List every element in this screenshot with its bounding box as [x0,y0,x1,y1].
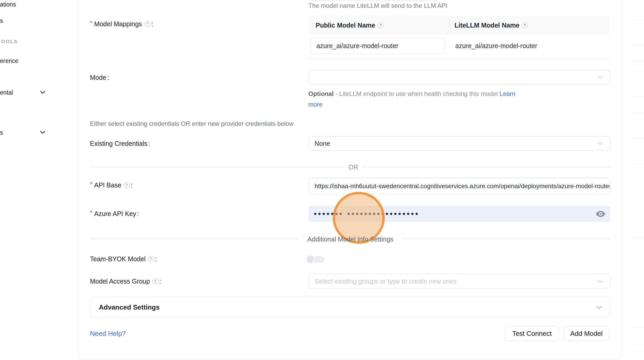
selected-value: None [315,140,330,147]
label-text: Existing Credentials [90,140,147,147]
add-model-button[interactable]: Add Model [563,326,609,341]
select-placeholder: Select existing groups or type to create… [315,278,457,285]
background-row-line [630,327,644,328]
advanced-settings-panel[interactable]: Advanced Settings [91,297,610,318]
api-base-input[interactable]: https://ishaa-mh6uutut-swedencentral.cog… [308,178,610,194]
divider-line [402,239,610,239]
table-row-divider [308,58,610,59]
model-access-group-select[interactable]: Select existing groups or type to create… [308,274,610,289]
label-text: Mode [90,74,106,81]
masked-key-dots: ••••••• [314,206,343,222]
label-text: API Base [94,181,121,189]
label-text: Model Mappings [94,20,142,28]
sidebar-item[interactable]: ations [0,1,16,8]
background-row-line [630,113,644,114]
sidebar-item[interactable]: ental [0,89,13,96]
background-row-line [630,351,644,351]
label-text: Team-BYOK Model [90,255,146,263]
optional-bold: Optional [308,90,334,97]
existing-credentials-select[interactable]: None [308,136,610,151]
model-access-group-label: Model Access Group ? : [90,277,161,285]
column-header-public-model-name: Public Model Name ? [316,16,383,35]
or-divider-text: OR [344,163,363,171]
sidebar-item-label: erence [0,57,18,64]
azure-api-key-input[interactable]: ••••••• ••••••••••••••••• [308,206,610,222]
help-icon[interactable]: ? [378,22,383,28]
mode-select[interactable] [308,70,610,84]
background-row-line [630,71,644,71]
additional-settings-divider-text: Additional Model Info Settings [298,235,402,243]
credentials-note: Either select existing credentials OR en… [90,120,294,127]
required-asterisk: * [90,181,92,188]
label-colon: : [137,210,139,218]
help-icon[interactable]: ? [148,256,154,262]
api-base-label: * API Base ? : [90,181,133,189]
need-help-link[interactable]: Need Help? [90,330,126,338]
model-mappings-label: * Model Mappings ? : [90,20,153,28]
azure-api-key-label: * Azure API Key : [90,210,139,218]
chevron-down-icon [40,130,46,135]
toggle-knob [306,255,315,264]
help-icon[interactable]: ? [144,21,150,27]
api-base-value: https://ishaa-mh6uutut-swedencentral.cog… [315,182,610,190]
label-colon: : [151,20,153,28]
label-colon: : [107,74,109,81]
label-colon: : [131,181,133,189]
sidebar-section-header: TOOLS [0,38,18,45]
divider-line [90,239,298,239]
chevron-down-icon [597,142,603,145]
required-asterisk: * [90,19,92,27]
test-connect-button[interactable]: Test Connect [505,326,559,341]
label-colon: : [148,140,150,147]
sidebar-item-label: ations [0,1,16,8]
help-glyph: ? [126,183,128,187]
background-row-line [630,96,644,97]
label-text: Azure API Key [94,210,136,218]
add-model-page: ations s TOOLS erence ental s The model … [0,0,644,360]
helper-body: - LiteLLM endpoint to use when health ch… [334,90,499,97]
masked-key-dots: ••••••••••••••••• [347,206,419,222]
sidebar-item-label: ental [0,89,13,96]
existing-credentials-label: Existing Credentials : [90,139,150,148]
public-model-name-input[interactable]: azure_ai/azure-model-router [310,38,445,54]
help-glyph: ? [524,23,526,28]
sidebar-section-label: TOOLS [0,39,18,44]
model-name-hint: The model name LiteLLM will send to the … [308,2,447,9]
background-row-line [630,45,644,45]
chevron-down-icon [40,90,46,95]
sidebar-item-label: s [0,17,3,24]
column-divider [450,20,450,30]
divider-line [90,167,344,167]
help-glyph: ? [146,22,148,26]
background-row-line [630,60,644,61]
eye-icon[interactable] [596,210,606,218]
team-byok-toggle[interactable] [306,255,325,264]
required-asterisk: * [90,209,92,217]
background-row-line [630,138,644,139]
divider-line [363,167,610,167]
background-row-line [630,20,644,21]
sidebar-item[interactable]: erence [0,57,18,65]
litellm-model-name-value: azure_ai/azure-model-router [455,42,537,50]
background-row-line [630,237,644,238]
help-icon[interactable]: ? [152,278,158,284]
advanced-settings-title: Advanced Settings [99,303,160,311]
help-icon[interactable]: ? [124,182,130,188]
sidebar-item[interactable]: s [0,17,3,25]
field-above-cutoff [308,0,438,1]
label-colon: : [155,255,157,263]
column-header-litellm-model-name: LiteLLM Model Name ? [454,16,528,35]
sidebar-item[interactable]: s [0,129,3,136]
label-text: Model Access Group [90,278,150,285]
column-header-label: LiteLLM Model Name [454,22,519,29]
sidebar-item-label: s [0,129,3,136]
public-model-name-value: azure_ai/azure-model-router [316,42,398,50]
chevron-down-icon [597,75,603,79]
team-byok-label: Team-BYOK Model ? : [90,255,157,263]
chevron-down-icon [596,305,602,309]
help-glyph: ? [150,257,152,261]
help-icon[interactable]: ? [522,22,528,28]
chevron-down-icon [597,280,603,283]
mode-label: Mode : [90,73,109,82]
help-glyph: ? [154,279,156,283]
